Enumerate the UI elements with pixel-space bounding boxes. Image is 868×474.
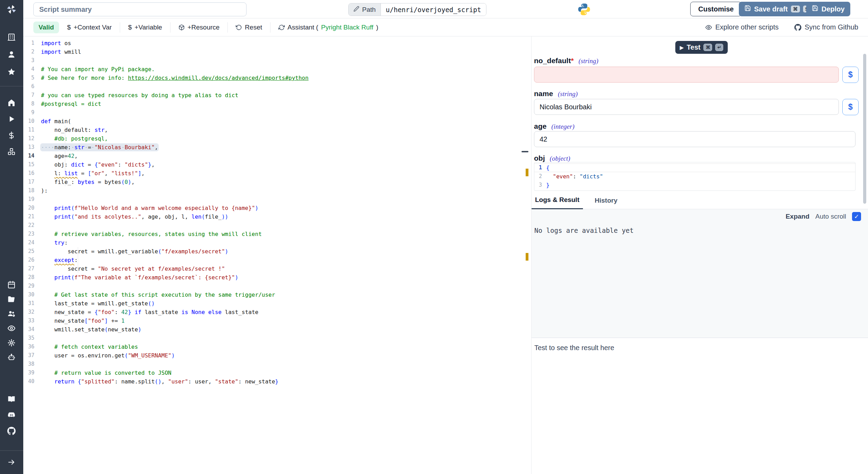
- home-icon[interactable]: [7, 99, 16, 107]
- toolbar-link-label: Sync from Github: [804, 23, 858, 31]
- deploy-button[interactable]: Deploy: [806, 2, 850, 16]
- contextvar-button[interactable]: $+Context Var: [59, 24, 120, 31]
- json-text: }: [546, 181, 550, 189]
- github-icon[interactable]: [7, 427, 16, 435]
- folder-icon[interactable]: [7, 295, 16, 303]
- line-number: 20: [23, 204, 39, 212]
- code-text: # you can use typed resources by doing a…: [41, 91, 238, 100]
- line-number: 8: [23, 100, 39, 108]
- gear-icon[interactable]: [7, 339, 16, 347]
- explore-other-scripts-button[interactable]: Explore other scripts: [705, 23, 778, 31]
- code-text: l: list = ["or", "lists!"],: [41, 169, 145, 178]
- tab-history[interactable]: History: [591, 197, 621, 209]
- line-number: 2: [23, 48, 39, 56]
- code-text: # return value is converted to JSON: [41, 369, 172, 377]
- logs-pane: Expand Auto scroll ✓ No logs are availab…: [532, 209, 868, 338]
- code-line: 32 new_state = {"foo": 42} if last_state…: [23, 308, 258, 316]
- code-line: 21 print("and its acolytes..", age, obj,…: [23, 212, 228, 221]
- customise-button[interactable]: Customise: [690, 2, 742, 16]
- insert-variable-button[interactable]: $: [842, 99, 859, 115]
- code-line: 15 obj: dict = {"even": "dicts"},: [23, 160, 155, 169]
- result-pane: Test to see the result here: [532, 338, 868, 474]
- code-line: 2import wmill: [23, 48, 81, 56]
- assistant-button[interactable]: Assistant (Pyright Black Ruff): [270, 24, 386, 31]
- book-icon[interactable]: [7, 395, 16, 403]
- code-text: try:: [41, 238, 68, 247]
- dollar-text-icon: $: [128, 24, 132, 31]
- test-label: Test: [687, 43, 701, 51]
- code-text: import wmill: [41, 48, 81, 56]
- arrow-right-icon[interactable]: [7, 458, 16, 466]
- building-icon[interactable]: [7, 33, 16, 41]
- robot-icon[interactable]: [7, 353, 16, 362]
- user-icon[interactable]: [7, 50, 16, 59]
- name-input[interactable]: Nicolas Bourbaki: [534, 99, 839, 115]
- sync-from-github-button[interactable]: Sync from Github: [794, 23, 858, 31]
- json-editor-line: 1{: [534, 163, 855, 172]
- users-icon[interactable]: [7, 310, 16, 318]
- line-number: 29: [23, 282, 39, 290]
- variable-button[interactable]: $+Variable: [120, 24, 170, 31]
- cubes-icon[interactable]: [7, 147, 16, 156]
- warning-marker: [526, 253, 528, 261]
- age-input[interactable]: 42: [534, 131, 856, 147]
- line-number: 9: [23, 108, 39, 117]
- code-line: 5# See here for more info: https://docs.…: [23, 74, 309, 82]
- github-icon: [794, 24, 801, 31]
- save-icon: [812, 5, 818, 13]
- line-number: 33: [23, 316, 39, 325]
- line-number: 36: [23, 342, 39, 351]
- code-line: 1import os: [23, 39, 71, 48]
- code-text: age=42,: [41, 152, 78, 160]
- splitter-handle[interactable]: [521, 151, 528, 152]
- line-number: 28: [23, 273, 39, 282]
- line-number: 14: [23, 152, 39, 160]
- validity-badge: Valid: [33, 22, 59, 33]
- code-line: 40 return {"splitted": name.split(), "us…: [23, 377, 278, 386]
- tab-logs-result[interactable]: Logs & Result: [532, 196, 583, 209]
- insert-variable-button[interactable]: $: [842, 67, 859, 83]
- line-number: 6: [23, 82, 39, 91]
- line-number: 10: [23, 117, 39, 126]
- resource-button[interactable]: +Resource: [170, 24, 227, 31]
- code-editor[interactable]: 1import os2import wmill34# You can impor…: [23, 36, 522, 474]
- code-text: ):: [41, 186, 48, 195]
- panel-scrollbar[interactable]: [863, 54, 866, 204]
- line-number: 22: [23, 221, 39, 230]
- line-number: 16: [23, 169, 39, 178]
- script-summary-input[interactable]: [33, 2, 247, 16]
- discord-icon[interactable]: [7, 411, 16, 419]
- path-value: u/henri/overjoyed_script: [381, 3, 486, 16]
- line-number: 3: [534, 181, 546, 189]
- path-field[interactable]: Path u/henri/overjoyed_script: [348, 3, 486, 16]
- code-line: 23 # retrieve variables, resources, stat…: [23, 230, 262, 238]
- test-button[interactable]: ▶ Test ⌘ ↵: [675, 41, 728, 54]
- line-number: 34: [23, 325, 39, 334]
- code-line: 37 user = os.environ.get("WM_USERNAME"): [23, 351, 175, 360]
- code-text: file_: bytes = bytes(0),: [41, 178, 135, 186]
- code-line: 4# You can import any PyPi package.: [23, 65, 155, 74]
- windmill-logo-icon[interactable]: [6, 4, 17, 15]
- play-icon[interactable]: [7, 115, 16, 123]
- code-text: wmill.set_state(new_state): [41, 325, 141, 334]
- eye-icon[interactable]: [7, 324, 16, 332]
- field-label-no-default: no_default* (string): [534, 57, 598, 65]
- dollar-icon[interactable]: [7, 131, 16, 139]
- autoscroll-checkbox[interactable]: ✓: [852, 212, 861, 221]
- line-number: 2: [534, 172, 546, 181]
- code-text: obj: dict = {"even": "dicts"},: [41, 160, 155, 169]
- code-text: # Get last state of this script executio…: [41, 290, 275, 299]
- expand-button[interactable]: Expand: [786, 213, 810, 220]
- code-text: return {"splitted": name.split(), "user"…: [41, 377, 278, 386]
- enter-key-badge: ↵: [715, 44, 723, 51]
- no-default-input[interactable]: [534, 67, 839, 83]
- toolbar-item-label: +Variable: [135, 24, 162, 31]
- calendar-icon[interactable]: [7, 280, 16, 289]
- obj-json-editor[interactable]: 1{2 "even": "dicts"3}: [534, 162, 856, 191]
- toolbar-item-label: +Resource: [187, 24, 219, 31]
- code-line: 30 # Get last state of this script execu…: [23, 290, 275, 299]
- star-icon[interactable]: [7, 68, 16, 76]
- save-draft-button[interactable]: Save draft ⌘ S: [739, 2, 816, 16]
- code-line: 34 wmill.set_state(new_state): [23, 325, 141, 334]
- reset-button[interactable]: Reset: [228, 24, 270, 31]
